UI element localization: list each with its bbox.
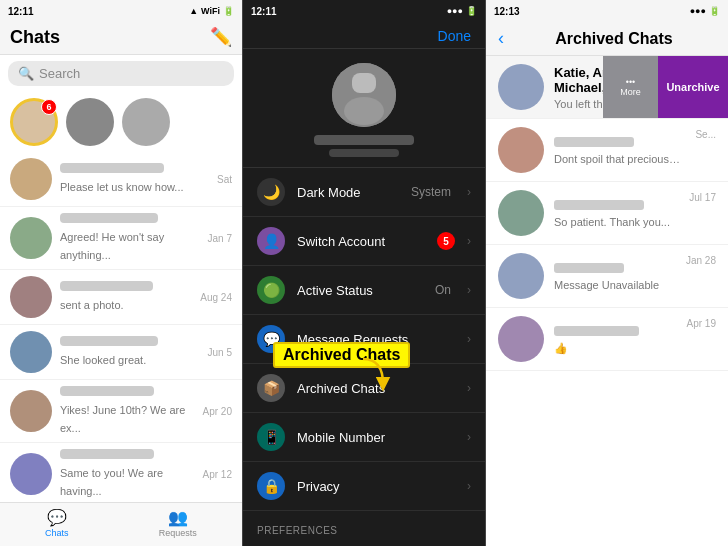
swipe-actions: ••• More Unarchive <box>603 56 728 118</box>
time-p2: 12:11 <box>251 6 277 17</box>
settings-header: Done <box>243 22 485 49</box>
chat-item[interactable]: Yikes! June 10th? We are ex... Apr 20 <box>0 380 242 443</box>
more-button[interactable]: ••• More <box>603 56 658 118</box>
profile-section <box>243 49 485 168</box>
chat-item[interactable]: Please let us know how... Sat <box>0 152 242 207</box>
mobile-number-icon: 📱 <box>257 423 285 451</box>
chat-preview: sent a photo. <box>60 299 124 311</box>
tab-chats[interactable]: 💬 Chats <box>45 508 69 538</box>
chats-title: Chats <box>10 27 60 48</box>
story-item-2[interactable] <box>66 98 114 146</box>
status-icons-p1: ▲ WiFi 🔋 <box>189 6 234 16</box>
archived-item-2[interactable]: Dont spoil that precious_baby... Se... <box>486 119 728 182</box>
archived-list: Katie, Anna, Michael, Richard You left t… <box>486 56 728 546</box>
chat-item[interactable]: She looked great. Jun 5 <box>0 325 242 380</box>
chat-name <box>60 163 164 173</box>
profile-name-placeholder <box>314 135 414 145</box>
profile-sub-placeholder <box>329 149 399 157</box>
avatar <box>10 158 52 200</box>
settings-item-active-status[interactable]: 🟢 Active Status On › <box>243 266 485 315</box>
done-button[interactable]: Done <box>438 28 471 44</box>
archived-time: Se... <box>695 129 716 140</box>
settings-list: 🌙 Dark Mode System › 👤 Switch Account 5 … <box>243 168 485 546</box>
settings-item-mobile-number[interactable]: 📱 Mobile Number › <box>243 413 485 462</box>
search-icon: 🔍 <box>18 66 34 81</box>
chat-item[interactable]: Agreed! He won't say anything... Jan 7 <box>0 207 242 270</box>
chats-tab-icon: 💬 <box>47 508 67 527</box>
chevron-right-icon: › <box>467 332 471 346</box>
chat-time: Jun 5 <box>208 347 232 358</box>
chat-item[interactable]: Same to you! We are having... Apr 12 <box>0 443 242 502</box>
story-badge: 6 <box>41 99 57 115</box>
status-icons-p3: ●●● 🔋 <box>690 6 720 16</box>
profile-avatar <box>332 63 396 127</box>
message-requests-icon: 💬 <box>257 325 285 353</box>
status-icons-p2: ●●● 🔋 <box>447 6 477 16</box>
archived-item-5[interactable]: 👍 Apr 19 <box>486 308 728 371</box>
archived-chats-label: Archived Chats <box>297 381 455 396</box>
more-icon: ••• <box>626 77 635 87</box>
active-status-value: On <box>435 283 451 297</box>
dark-mode-label: Dark Mode <box>297 185 399 200</box>
settings-item-notifications[interactable]: 🔔 Notifications & Sounds Off › <box>243 540 485 546</box>
chevron-right-icon: › <box>467 381 471 395</box>
avatar-svg <box>332 63 396 127</box>
chat-time: Apr 20 <box>203 406 232 417</box>
chat-name <box>60 336 158 346</box>
chat-info: Please let us know how... <box>60 163 209 195</box>
settings-item-dark-mode[interactable]: 🌙 Dark Mode System › <box>243 168 485 217</box>
preferences-header: PREFERENCES <box>243 511 485 540</box>
archived-chats-header: ‹ Archived Chats <box>486 22 728 56</box>
avatar <box>10 390 52 432</box>
tab-requests-label: Requests <box>159 528 197 538</box>
archived-avatar <box>498 190 544 236</box>
status-bar-p3: 12:13 ●●● 🔋 <box>486 0 728 22</box>
tab-requests[interactable]: 👥 Requests <box>159 508 197 538</box>
chat-time: Apr 12 <box>203 469 232 480</box>
tab-bar: 💬 Chats 👥 Requests <box>0 502 242 546</box>
story-item-1[interactable]: 6 <box>10 98 58 146</box>
archived-time: Apr 19 <box>687 318 716 329</box>
privacy-icon: 🔒 <box>257 472 285 500</box>
archived-preview: So patient. Thank you... <box>554 216 679 228</box>
settings-item-message-requests[interactable]: 💬 Message Requests › <box>243 315 485 364</box>
archived-avatar <box>498 127 544 173</box>
archived-avatar <box>498 64 544 110</box>
active-status-label: Active Status <box>297 283 423 298</box>
chats-header: Chats ✏️ <box>0 22 242 55</box>
unarchive-button[interactable]: Unarchive <box>658 56 728 118</box>
archived-item-1[interactable]: Katie, Anna, Michael, Richard You left t… <box>486 56 728 119</box>
archived-item-3[interactable]: So patient. Thank you... Jul 17 <box>486 182 728 245</box>
chat-info: Agreed! He won't say anything... <box>60 213 200 263</box>
panel-chats: 12:11 ▲ WiFi 🔋 Chats ✏️ 🔍 Search 6 Pleas… <box>0 0 242 546</box>
dark-mode-icon: 🌙 <box>257 178 285 206</box>
archived-info: 👍 <box>554 324 677 355</box>
story-item-3[interactable] <box>122 98 170 146</box>
archived-avatar <box>498 316 544 362</box>
chevron-right-icon: › <box>467 430 471 444</box>
chat-preview: Same to you! We are having... <box>60 467 163 497</box>
chat-list: Please let us know how... Sat Agreed! He… <box>0 152 242 502</box>
chat-preview: Agreed! He won't say anything... <box>60 231 164 261</box>
search-bar[interactable]: 🔍 Search <box>8 61 234 86</box>
archived-name <box>554 198 679 213</box>
archived-item-4[interactable]: Message Unavailable Jan 28 <box>486 245 728 308</box>
settings-item-switch-account[interactable]: 👤 Switch Account 5 › <box>243 217 485 266</box>
chat-time: Sat <box>217 174 232 185</box>
archived-time: Jan 28 <box>686 255 716 266</box>
message-requests-label: Message Requests <box>297 332 455 347</box>
archived-chats-icon: 📦 <box>257 374 285 402</box>
settings-item-archived-chats[interactable]: 📦 Archived Chats › Archived Chats <box>243 364 485 413</box>
archived-info: So patient. Thank you... <box>554 198 679 228</box>
unarchive-label: Unarchive <box>666 81 719 93</box>
edit-icon[interactable]: ✏️ <box>210 26 232 48</box>
back-button[interactable]: ‹ <box>498 28 504 49</box>
chat-item[interactable]: sent a photo. Aug 24 <box>0 270 242 325</box>
avatar <box>10 331 52 373</box>
archived-name <box>554 261 676 276</box>
time-p3: 12:13 <box>494 6 520 17</box>
stories-row: 6 <box>0 92 242 152</box>
settings-item-privacy[interactable]: 🔒 Privacy › <box>243 462 485 511</box>
switch-account-label: Switch Account <box>297 234 425 249</box>
chat-preview: Yikes! June 10th? We are ex... <box>60 404 185 434</box>
